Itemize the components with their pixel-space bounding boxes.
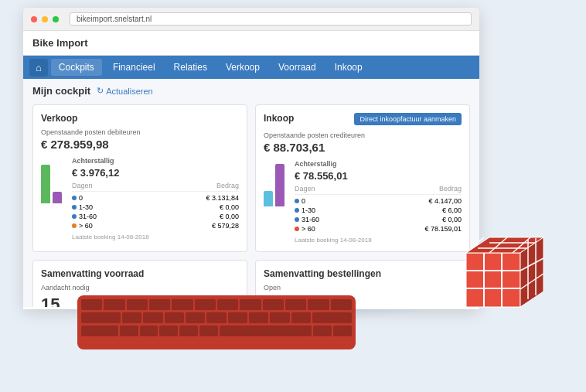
idot-0 xyxy=(295,199,299,203)
inkoop-row-3: > 60 € 78.159,01 xyxy=(295,224,462,233)
page-title-bar: Mijn cockpit ↻ Actualiseren xyxy=(32,85,470,97)
iamount-1: € 6,00 xyxy=(442,206,462,214)
inkoop-bar-chart xyxy=(264,160,287,206)
svg-rect-9 xyxy=(485,272,500,287)
verkoop-row-0: 0 € 3.131,84 xyxy=(72,193,239,203)
verkoop-row-1: 1-30 € 0,00 xyxy=(72,203,239,212)
days-0: 0 xyxy=(79,194,206,202)
amount-2: € 0,00 xyxy=(220,213,239,220)
page-title: Mijn cockpit xyxy=(32,85,90,97)
svg-rect-13 xyxy=(503,290,519,305)
nav-financieel[interactable]: Financieel xyxy=(105,59,163,76)
inkoop-open-amount: € 88.703,61 xyxy=(264,141,462,154)
app-header: Bike Import xyxy=(23,31,479,56)
dot-2 xyxy=(72,214,77,219)
key xyxy=(249,312,268,323)
browser-chrome: bikeimport.snelstart.nl xyxy=(23,8,479,31)
key xyxy=(140,326,158,336)
inkoop-table-header: Dagen Bedrag xyxy=(295,185,462,195)
nav-bar: ⌂ Cockpits Financieel Relaties Verkoop V… xyxy=(23,56,479,79)
idays-1: 1-30 xyxy=(302,206,442,214)
verkoop-open-label: Openstaande posten debiteuren xyxy=(41,128,239,136)
key xyxy=(143,312,162,323)
verkoop-table-header: Dagen Bedrag xyxy=(72,182,239,192)
voorraad-title: Samenvatting voorraad xyxy=(41,268,239,279)
bestellingen-open-label: Open xyxy=(264,284,462,291)
col-bedrag-i: Bedrag xyxy=(439,185,462,193)
svg-rect-6 xyxy=(485,254,500,269)
close-dot xyxy=(31,16,37,22)
key xyxy=(186,312,205,323)
inkoop-content: Achterstallig € 78.556,01 Dagen Bedrag 0… xyxy=(264,160,462,244)
nav-home-button[interactable]: ⌂ xyxy=(29,59,48,77)
verkoop-content: Achterstallig € 3.976,12 Dagen Bedrag 0 … xyxy=(41,157,239,240)
days-2: 31-60 xyxy=(79,213,220,220)
address-bar: bikeimport.snelstart.nl xyxy=(70,12,472,26)
keyboard-body xyxy=(77,295,356,349)
nav-relaties[interactable]: Relaties xyxy=(166,59,215,76)
inkoop-achterstallig-amount: € 78.556,01 xyxy=(295,170,462,182)
verkoop-bar-chart xyxy=(41,157,64,203)
inkoop-bar-1 xyxy=(264,191,273,206)
key xyxy=(270,312,289,323)
inkoop-row-0: 0 € 4.147,00 xyxy=(295,196,462,206)
key xyxy=(263,299,284,310)
inkoop-row-1: 1-30 € 6,00 xyxy=(295,206,462,215)
key-row-1 xyxy=(81,299,352,310)
key xyxy=(81,326,118,336)
col-dagen: Dagen xyxy=(72,182,93,189)
last-booking-date-v: 14-08-2018 xyxy=(118,233,149,240)
refresh-label: Actualiseren xyxy=(106,87,153,96)
app-logo: Bike Import xyxy=(32,37,88,49)
iamount-3: € 78.159,01 xyxy=(424,225,462,233)
key xyxy=(199,326,218,336)
svg-rect-8 xyxy=(468,272,482,287)
inkoop-row-2: 31-60 € 0,00 xyxy=(295,215,462,224)
rubik-cube xyxy=(462,230,540,307)
iamount-0: € 4.147,00 xyxy=(428,197,462,205)
idot-3 xyxy=(295,227,299,231)
nav-verkoop[interactable]: Verkoop xyxy=(218,59,267,76)
inkoop-last-booking: Laatste boeking 14-08-2018 xyxy=(295,237,462,244)
key xyxy=(285,299,306,310)
verkoop-open-amount: € 278.959,98 xyxy=(41,138,239,151)
idot-2 xyxy=(295,217,299,222)
voorraad-aandacht-label: Aandacht nodig xyxy=(41,284,239,291)
amount-1: € 0,00 xyxy=(220,203,239,211)
svg-rect-12 xyxy=(485,290,500,305)
refresh-icon: ↻ xyxy=(97,86,104,96)
keyboard xyxy=(77,295,356,349)
page-content: Mijn cockpit ↻ Actualiseren Verkoop Open… xyxy=(23,79,479,307)
nav-cockpits[interactable]: Cockpits xyxy=(51,59,102,76)
key-row-3 xyxy=(81,326,352,336)
key xyxy=(81,299,102,310)
last-booking-label-i: Laatste boeking xyxy=(295,237,339,244)
key-row-2 xyxy=(81,312,352,323)
bar-purple xyxy=(53,192,62,203)
amount-3: € 579,28 xyxy=(212,222,239,230)
idays-0: 0 xyxy=(302,197,428,205)
verkoop-achterstallig-label: Achterstallig xyxy=(72,157,239,165)
refresh-button[interactable]: ↻ Actualiseren xyxy=(97,86,153,96)
days-3: > 60 xyxy=(79,222,212,230)
create-invoice-button[interactable]: Direct inkoopfactuur aanmaken xyxy=(354,113,462,125)
nav-inkoop[interactable]: Inkoop xyxy=(327,59,370,76)
inkoop-header: Inkoop Direct inkoopfactuur aanmaken xyxy=(264,113,462,128)
idays-2: 31-60 xyxy=(302,216,442,223)
key xyxy=(104,299,124,310)
key xyxy=(195,299,216,310)
key xyxy=(206,312,226,323)
key xyxy=(312,312,352,323)
verkoop-card: Verkoop Openstaande posten debiteuren € … xyxy=(32,104,247,252)
key xyxy=(179,326,198,336)
key xyxy=(228,312,247,323)
inkoop-open-label: Openstaande posten crediteuren xyxy=(264,131,462,139)
verkoop-achterstallig-amount: € 3.976,12 xyxy=(72,167,239,179)
verkoop-last-booking: Laatste boeking 14-08-2018 xyxy=(72,233,239,240)
key xyxy=(291,312,311,323)
idot-1 xyxy=(295,208,299,213)
key xyxy=(127,299,148,310)
nav-voorraad[interactable]: Voorraad xyxy=(271,59,324,76)
verkoop-row-3: > 60 € 579,28 xyxy=(72,221,239,230)
browser-window: bikeimport.snelstart.nl Bike Import ⌂ Co… xyxy=(23,8,479,309)
